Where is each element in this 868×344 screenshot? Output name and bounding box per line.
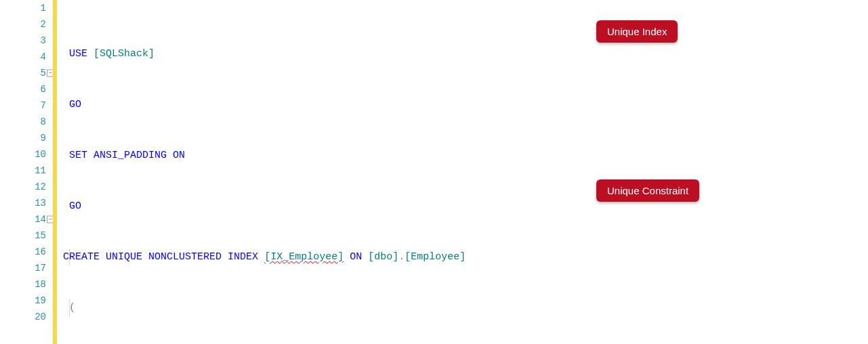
line-number: 2 bbox=[41, 19, 46, 30]
code-line[interactable]: SET ANSI_PADDING ON bbox=[57, 148, 868, 164]
keyword: CREATE bbox=[63, 251, 100, 263]
line-number: 14 bbox=[35, 214, 46, 225]
keyword: USE bbox=[69, 48, 87, 60]
keyword: GO bbox=[69, 99, 81, 110]
identifier: [dbo] bbox=[368, 251, 398, 263]
line-number: 5 bbox=[41, 68, 46, 79]
callout-unique-constraint: Unique Constraint bbox=[596, 179, 699, 202]
line-number: 6 bbox=[41, 84, 46, 95]
keyword: ON bbox=[173, 150, 185, 161]
identifier: [IX_Employee] bbox=[264, 251, 344, 263]
paren: ( bbox=[69, 302, 75, 314]
keyword: SET bbox=[69, 150, 87, 161]
keyword: INDEX bbox=[228, 251, 258, 263]
line-number: 9 bbox=[41, 133, 46, 144]
line-number-gutter: 1 2 3 4 5 − 6 7 8 9 10 11 12 13 14 − 15 … bbox=[0, 0, 54, 344]
line-number: 18 bbox=[35, 279, 46, 290]
code-line[interactable]: CREATE UNIQUE NONCLUSTERED INDEX [IX_Emp… bbox=[57, 249, 868, 265]
code-line[interactable]: GO bbox=[57, 97, 868, 113]
code-line[interactable]: ( bbox=[57, 300, 868, 316]
line-number: 12 bbox=[35, 181, 46, 192]
line-number: 1 bbox=[41, 3, 46, 14]
keyword: UNIQUE bbox=[106, 251, 142, 263]
code-line[interactable]: USE [SQLShack] bbox=[57, 46, 868, 62]
keyword: ON bbox=[350, 251, 362, 263]
line-number: 19 bbox=[35, 295, 46, 306]
identifier: [Employee] bbox=[405, 251, 466, 263]
line-number: 17 bbox=[35, 263, 46, 274]
code-line[interactable]: GO bbox=[57, 198, 868, 215]
code-area[interactable]: USE [SQLShack] GO SET ANSI_PADDING ON GO… bbox=[57, 0, 868, 344]
line-number: 4 bbox=[41, 51, 46, 62]
identifier: [SQLShack] bbox=[94, 48, 154, 60]
callout-label: Unique Constraint bbox=[607, 185, 688, 196]
code-editor[interactable]: 1 2 3 4 5 − 6 7 8 9 10 11 12 13 14 − 15 … bbox=[0, 0, 868, 344]
line-number: 13 bbox=[35, 198, 46, 209]
line-number: 16 bbox=[35, 246, 46, 257]
keyword: ANSI_PADDING bbox=[94, 150, 167, 161]
keyword: GO bbox=[69, 200, 81, 212]
callout-label: Unique Index bbox=[607, 26, 667, 37]
line-number: 3 bbox=[41, 35, 46, 46]
line-number: 20 bbox=[35, 311, 46, 322]
line-number: 10 bbox=[35, 149, 46, 160]
line-number: 7 bbox=[41, 100, 46, 111]
line-number: 11 bbox=[35, 165, 46, 176]
keyword: NONCLUSTERED bbox=[148, 251, 222, 263]
line-number: 8 bbox=[41, 116, 46, 127]
line-number: 15 bbox=[35, 230, 46, 241]
callout-unique-index: Unique Index bbox=[596, 20, 678, 43]
